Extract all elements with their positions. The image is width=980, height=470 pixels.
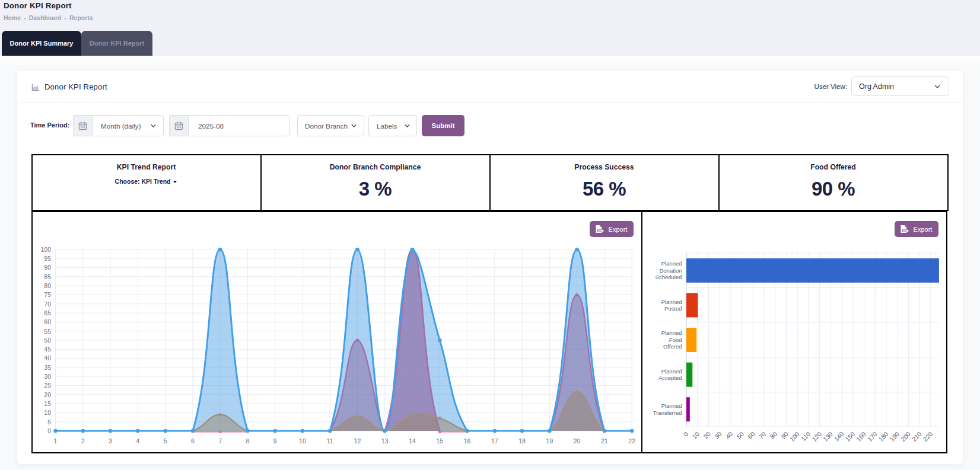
svg-text:220: 220 xyxy=(921,430,934,443)
svg-text:Accepted: Accepted xyxy=(658,375,682,381)
svg-text:80: 80 xyxy=(44,282,51,289)
svg-text:20: 20 xyxy=(573,437,580,445)
svg-text:15: 15 xyxy=(44,400,51,407)
svg-text:7: 7 xyxy=(218,437,222,445)
svg-text:Planned: Planned xyxy=(661,368,682,375)
svg-text:4: 4 xyxy=(136,437,139,445)
svg-text:75: 75 xyxy=(44,291,51,298)
svg-text:9: 9 xyxy=(273,437,276,445)
svg-text:6: 6 xyxy=(190,437,194,445)
svg-text:130: 130 xyxy=(821,430,833,443)
svg-text:50: 50 xyxy=(735,430,745,440)
svg-text:80: 80 xyxy=(768,430,778,440)
svg-text:19: 19 xyxy=(546,437,553,445)
svg-text:85: 85 xyxy=(44,273,51,280)
svg-text:Donation: Donation xyxy=(659,267,682,274)
svg-text:45: 45 xyxy=(44,346,51,353)
svg-text:30: 30 xyxy=(44,373,51,380)
svg-text:13: 13 xyxy=(381,437,388,445)
svg-text:10: 10 xyxy=(44,409,51,416)
svg-text:Offered: Offered xyxy=(663,343,682,350)
svg-text:1: 1 xyxy=(53,437,57,445)
svg-text:Planned: Planned xyxy=(661,330,682,336)
svg-text:35: 35 xyxy=(44,364,51,371)
svg-text:210: 210 xyxy=(910,430,922,443)
svg-text:20: 20 xyxy=(44,391,51,398)
svg-text:Planned: Planned xyxy=(661,260,682,267)
svg-text:8: 8 xyxy=(246,437,249,445)
svg-text:Posted: Posted xyxy=(664,305,682,312)
svg-text:140: 140 xyxy=(832,430,845,443)
svg-text:160: 160 xyxy=(855,430,867,443)
svg-text:Planned: Planned xyxy=(661,402,682,409)
svg-text:40: 40 xyxy=(724,430,734,440)
svg-text:17: 17 xyxy=(491,437,498,445)
svg-text:20: 20 xyxy=(702,430,712,440)
svg-text:100: 100 xyxy=(40,246,51,253)
svg-text:120: 120 xyxy=(810,430,823,443)
svg-text:150: 150 xyxy=(844,430,856,443)
svg-text:Food: Food xyxy=(669,337,682,343)
svg-text:10: 10 xyxy=(299,437,306,445)
svg-text:5: 5 xyxy=(47,418,51,426)
svg-text:Transferred: Transferred xyxy=(653,410,682,416)
svg-text:90: 90 xyxy=(44,264,51,271)
svg-text:200: 200 xyxy=(899,430,911,443)
svg-text:60: 60 xyxy=(746,430,756,440)
svg-text:25: 25 xyxy=(44,382,51,389)
svg-text:170: 170 xyxy=(866,430,878,443)
svg-text:18: 18 xyxy=(518,437,526,445)
svg-text:10: 10 xyxy=(691,430,701,440)
svg-text:12: 12 xyxy=(354,437,361,445)
svg-text:40: 40 xyxy=(44,354,51,362)
svg-text:180: 180 xyxy=(877,430,889,443)
svg-text:21: 21 xyxy=(601,437,608,445)
svg-text:22: 22 xyxy=(628,437,635,445)
svg-text:60: 60 xyxy=(44,318,51,325)
svg-text:15: 15 xyxy=(436,437,443,445)
svg-text:Scheduled: Scheduled xyxy=(655,274,682,280)
svg-text:2: 2 xyxy=(81,437,84,445)
svg-text:Planned: Planned xyxy=(661,299,682,305)
svg-text:65: 65 xyxy=(44,309,51,316)
svg-text:90: 90 xyxy=(779,430,790,440)
svg-text:0: 0 xyxy=(682,430,689,438)
svg-text:11: 11 xyxy=(326,437,333,445)
svg-text:95: 95 xyxy=(44,255,51,262)
svg-text:5: 5 xyxy=(163,437,167,445)
svg-text:14: 14 xyxy=(409,437,416,445)
svg-text:70: 70 xyxy=(44,300,51,308)
svg-text:16: 16 xyxy=(463,437,470,445)
svg-text:50: 50 xyxy=(44,337,51,344)
svg-text:30: 30 xyxy=(712,430,723,440)
svg-text:110: 110 xyxy=(799,430,811,442)
svg-text:3: 3 xyxy=(109,437,112,445)
svg-text:55: 55 xyxy=(44,328,51,335)
svg-text:100: 100 xyxy=(788,430,800,443)
svg-text:70: 70 xyxy=(757,430,767,440)
svg-text:190: 190 xyxy=(888,430,901,443)
svg-text:0: 0 xyxy=(47,427,51,434)
